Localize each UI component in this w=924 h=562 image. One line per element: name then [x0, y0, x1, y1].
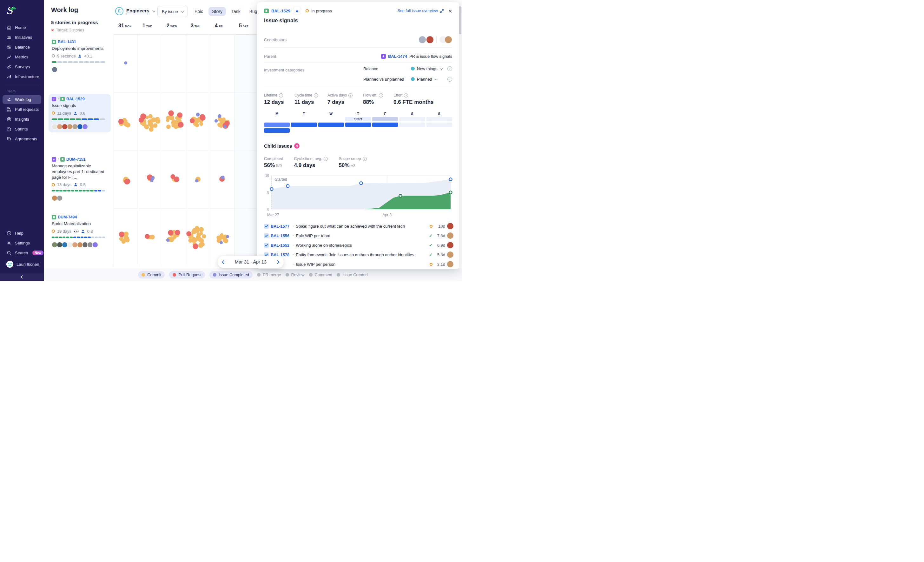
info-icon[interactable]: i: [314, 93, 318, 98]
issue-key-link[interactable]: BAL-1552: [271, 243, 290, 248]
team-section-label: Team: [7, 89, 44, 93]
story-card-DUM-7494[interactable]: DUM-7494Sprint Materialization19 days0.8: [48, 212, 111, 251]
tab-task[interactable]: Task: [228, 7, 244, 16]
week-strip-cell: [264, 123, 290, 127]
legend-item-pull-request[interactable]: Pull Request: [169, 271, 205, 278]
close-icon[interactable]: ×: [448, 8, 452, 14]
day-header: 31MON: [118, 23, 132, 29]
full-overview-link[interactable]: See full issue overview: [398, 9, 444, 13]
next-range-button[interactable]: [275, 260, 279, 264]
target-missed-icon: ✕: [51, 28, 54, 32]
issue-key-link[interactable]: BAL-1431: [58, 40, 76, 44]
story-card-BAL-1529[interactable]: /BAL-1529Issue signals11 days0.6: [48, 94, 111, 132]
sidebar-item-help[interactable]: ?Help: [3, 228, 41, 238]
chevron-left-icon: [20, 275, 24, 279]
sidebar-item-sprints[interactable]: Sprints: [3, 125, 41, 134]
info-icon[interactable]: i: [348, 93, 352, 98]
child-issues-title: Child issues: [264, 143, 292, 149]
surveys-icon: [6, 64, 12, 69]
legend-label: Issue Completed: [219, 272, 249, 277]
scrollbar-thumb[interactable]: [459, 6, 461, 34]
info-icon[interactable]: i: [324, 157, 328, 161]
story-card-DUM-7151[interactable]: /DUM-7151Manage capitalizable employees …: [48, 154, 111, 204]
legend-item-pr-merge[interactable]: PR merge: [257, 272, 281, 277]
sidebar-collapse-button[interactable]: [0, 273, 44, 281]
stat-sub-value: +3: [351, 163, 356, 168]
info-icon[interactable]: i: [279, 93, 283, 98]
tab-epic[interactable]: Epic: [191, 7, 207, 16]
metric-label: Efforti: [393, 93, 453, 98]
issue-detail-panel: BAL-1529 ◆ In progress See full issue ov…: [257, 2, 459, 269]
infrastructure-icon: [6, 74, 12, 80]
issue-key-link[interactable]: DUM-7494: [58, 215, 77, 219]
sidebar-item-initiatives[interactable]: Initiatives: [3, 33, 41, 42]
legend-item-comment[interactable]: Comment: [309, 272, 332, 277]
tab-story[interactable]: Story: [208, 7, 226, 16]
sidebar-item-pull-requests[interactable]: Pull requests: [3, 105, 41, 114]
week-letters: MTWTFSS: [264, 111, 452, 116]
card-title: Issue signals: [52, 103, 108, 108]
sidebar-item-balance[interactable]: Balance: [3, 42, 41, 52]
sidebar-item-metrics[interactable]: Metrics: [3, 53, 41, 62]
child-issue-row[interactable]: BAL-1578·Entity framework: Join issues t…: [264, 250, 453, 259]
investment-value-dropdown[interactable]: Planned: [417, 77, 432, 82]
info-icon[interactable]: i: [363, 157, 367, 161]
metric-value: 12 days: [264, 99, 294, 105]
info-icon[interactable]: i: [379, 93, 383, 98]
week-strip-row: Start: [264, 117, 452, 121]
user-avatar: [6, 261, 14, 267]
info-icon[interactable]: i: [404, 93, 408, 98]
week-letter: T: [345, 111, 371, 116]
avatar: [447, 251, 453, 258]
issue-key-link[interactable]: DUM-7151: [66, 157, 86, 162]
issue-key-link[interactable]: BAL-1529: [271, 9, 290, 14]
week-strip-cell: [345, 123, 371, 127]
balance-icon: [6, 44, 12, 50]
sidebar-item-surveys[interactable]: Surveys: [3, 62, 41, 71]
child-issue-row[interactable]: ·Issue WIP per person3.1d: [264, 259, 453, 269]
week-strip-cell: [291, 117, 316, 121]
issue-key-link[interactable]: BAL-1529: [66, 97, 85, 101]
story-card-BAL-1431[interactable]: BAL-1431Deployments improvements9 second…: [48, 37, 111, 75]
chevron-down-icon: [181, 9, 184, 13]
day-number: 31: [118, 23, 124, 29]
team-selector[interactable]: E Engineers: [115, 7, 154, 15]
legend-item-issue-created[interactable]: Issue Created: [337, 272, 368, 277]
info-icon[interactable]: i: [447, 77, 452, 82]
parent-key-link[interactable]: BAL-1474: [388, 54, 407, 59]
duration-label: 9 seconds: [57, 54, 75, 59]
sidebar-user[interactable]: Lauri Ikonen: [3, 259, 41, 270]
sidebar-item-agreements[interactable]: Agreements: [3, 134, 41, 144]
sidebar-item-home[interactable]: Home: [3, 23, 41, 32]
info-icon[interactable]: i: [447, 66, 452, 71]
pull-requests-icon: [6, 107, 12, 112]
group-by-dropdown[interactable]: By issue: [158, 6, 188, 17]
issue-key-link[interactable]: BAL-1577: [271, 224, 290, 228]
chevron-down-icon: [152, 9, 155, 12]
card-meta: 13 days0.5: [52, 182, 108, 187]
sidebar-item-work-log[interactable]: Work log: [3, 95, 41, 104]
legend-item-review[interactable]: Review: [286, 272, 304, 277]
sidebar-item-infrastructure[interactable]: Infrastructure: [3, 72, 41, 81]
sidebar-item-settings[interactable]: Settings: [3, 239, 41, 248]
effort-value: 0.8: [87, 229, 93, 234]
status-icon: [52, 183, 55, 186]
issue-type-button[interactable]: ◆: [293, 7, 301, 15]
legend-item-commit[interactable]: Commit: [138, 271, 165, 278]
home-icon: [6, 25, 12, 30]
investment-value-dropdown[interactable]: New things: [417, 66, 437, 71]
card-avatars: [52, 124, 108, 129]
day-name: WED: [170, 25, 177, 28]
metric-label: Active daysi: [327, 93, 363, 98]
sidebar-item-search[interactable]: SearchNew: [3, 248, 41, 257]
legend-item-issue-completed[interactable]: Issue Completed: [209, 271, 253, 278]
issue-key-link[interactable]: BAL-1556: [271, 233, 290, 238]
card-title: Manage capitalizable employees part 1: d…: [52, 163, 108, 180]
child-issue-row[interactable]: BAL-1577·Spike: figure out what can be a…: [264, 221, 453, 231]
swarmia-logo[interactable]: S: [6, 5, 18, 17]
child-issue-row[interactable]: BAL-1556·Epic WIP per team✓7.8d: [264, 231, 453, 240]
previous-range-button[interactable]: [222, 260, 226, 264]
child-issue-row[interactable]: BAL-1552·Working alone on stories/epics✓…: [264, 240, 453, 250]
sidebar-item-insights[interactable]: Insights: [3, 115, 41, 124]
epic-badge-icon: [381, 54, 386, 59]
